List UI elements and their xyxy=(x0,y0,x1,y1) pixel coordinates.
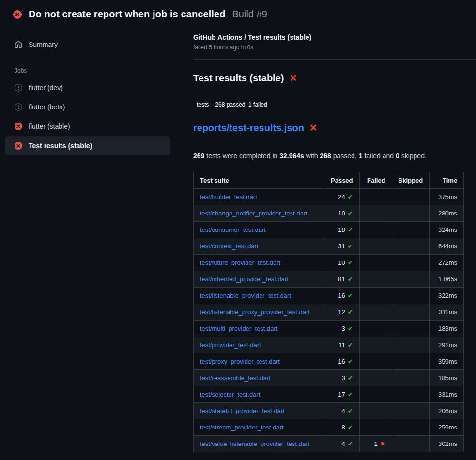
table-row: test/listenable_provider_test.dart16✔322… xyxy=(194,288,464,304)
failed-status-icon xyxy=(15,142,22,150)
test-suite-link[interactable]: test/stateful_provider_test.dart xyxy=(200,407,285,414)
breadcrumb: GitHub Actions / Test results (stable) xyxy=(193,33,476,41)
col-header-skipped: Skipped xyxy=(392,172,430,189)
cell-time: 359ms xyxy=(430,353,464,370)
home-icon xyxy=(15,41,22,48)
jobs-section-label: Jobs xyxy=(15,67,182,74)
cell-passed: 11✔ xyxy=(324,337,360,353)
passed-check-icon: ✔ xyxy=(348,325,353,332)
test-suite-link[interactable]: test/context_test.dart xyxy=(200,243,259,250)
cell-skipped xyxy=(392,205,430,222)
table-row: test/reassemble_test.dart3✔185ms xyxy=(194,370,464,386)
check-run-title: Test results (stable) ✕ xyxy=(193,73,476,90)
passed-check-icon: ✔ xyxy=(348,358,353,365)
cell-time: 272ms xyxy=(430,255,464,271)
test-suite-link[interactable]: test/change_notifier_provider_test.dart xyxy=(200,210,307,217)
cell-passed: 24✔ xyxy=(324,189,360,205)
test-suite-link[interactable]: test/future_provider_test.dart xyxy=(200,259,280,266)
test-suite-link[interactable]: test/reassemble_test.dart xyxy=(200,374,271,382)
cell-failed xyxy=(359,288,392,304)
cell-failed xyxy=(359,271,392,288)
header-divider xyxy=(193,59,476,60)
test-suite-link[interactable]: test/listenable_proxy_provider_test.dart xyxy=(200,308,310,316)
cell-failed xyxy=(359,353,392,370)
test-suite-link[interactable]: test/inherited_provider_test.dart xyxy=(200,276,289,283)
cell-skipped xyxy=(392,436,430,452)
report-file-heading: reports/test-results.json ✕ xyxy=(193,123,476,140)
test-suite-link[interactable]: test/listenable_provider_test.dart xyxy=(200,292,291,299)
sidebar-job-test-results-stable[interactable]: Test results (stable) xyxy=(5,136,170,155)
summary-part: failed and xyxy=(363,152,396,160)
cell-passed: 4✔ xyxy=(324,436,360,452)
col-header-passed: Passed xyxy=(324,172,360,189)
sidebar-job-flutter-stable[interactable]: flutter (stable) xyxy=(5,117,170,136)
passed-check-icon: ✔ xyxy=(348,424,353,431)
summary-part: 32.964s xyxy=(279,152,304,160)
cell-skipped xyxy=(392,304,430,321)
cell-skipped xyxy=(392,403,430,419)
cell-test-suite: test/stateful_provider_test.dart xyxy=(194,403,324,419)
cell-skipped xyxy=(392,419,430,436)
cell-failed xyxy=(359,370,392,386)
cell-test-suite: test/context_test.dart xyxy=(194,238,324,255)
test-suite-link[interactable]: test/builder_test.dart xyxy=(200,193,257,200)
summary-part: skipped. xyxy=(399,152,427,160)
test-suite-link[interactable]: test/consumer_test.dart xyxy=(200,226,266,233)
cell-time: 331ms xyxy=(430,386,464,403)
cell-passed: 4✔ xyxy=(324,403,360,419)
report-file-link[interactable]: reports/test-results.json xyxy=(193,123,304,134)
test-suite-link[interactable]: test/provider_test.dart xyxy=(200,341,261,349)
test-suite-link[interactable]: test/stream_provider_test.dart xyxy=(200,424,284,431)
cell-test-suite: test/selector_test.dart xyxy=(194,386,324,403)
passed-check-icon: ✔ xyxy=(348,193,353,200)
test-suite-link[interactable]: test/value_listenable_provider_test.dart xyxy=(200,440,309,447)
test-suite-link[interactable]: test/multi_provider_test.dart xyxy=(200,325,277,332)
cell-time: 1.065s xyxy=(430,271,464,288)
passed-check-icon: ✔ xyxy=(348,210,353,217)
table-row: test/proxy_provider_test.dart16✔359ms xyxy=(194,353,464,370)
run-build-number: Build #9 xyxy=(232,9,267,20)
job-label: flutter (beta) xyxy=(29,103,65,111)
cell-passed: 31✔ xyxy=(324,238,360,255)
summary-part: with xyxy=(304,152,320,160)
failed-x-icon: ✕ xyxy=(309,123,317,133)
check-run-title-text: Test results (stable) xyxy=(193,73,284,84)
passed-check-icon: ✔ xyxy=(348,374,353,382)
test-results-table: Test suite Passed Failed Skipped Time te… xyxy=(193,172,464,452)
passed-check-icon: ✔ xyxy=(348,226,353,233)
cell-skipped xyxy=(392,386,430,403)
cancelled-status-icon xyxy=(15,84,22,92)
table-row: test/inherited_provider_test.dart81✔1.06… xyxy=(194,271,464,288)
sidebar-job-flutter-dev[interactable]: flutter (dev) xyxy=(5,78,170,97)
test-suite-link[interactable]: test/proxy_provider_test.dart xyxy=(200,358,280,365)
table-header-row: Test suite Passed Failed Skipped Time xyxy=(194,172,464,189)
cell-time: 280ms xyxy=(430,205,464,222)
cell-failed xyxy=(359,255,392,271)
tests-badge: tests 268 passed, 1 failed xyxy=(193,100,271,109)
cell-time: 259ms xyxy=(430,419,464,436)
summary-part: passed, xyxy=(331,152,359,160)
cell-failed xyxy=(359,189,392,205)
table-row: test/stateful_provider_test.dart4✔206ms xyxy=(194,403,464,419)
test-suite-link[interactable]: test/selector_test.dart xyxy=(200,391,260,398)
sidebar-job-flutter-beta[interactable]: flutter (beta) xyxy=(5,97,170,117)
failed-status-icon xyxy=(15,123,22,130)
tests-badge-label: tests xyxy=(193,100,212,109)
sidebar: Summary Jobs flutter (dev) flut xyxy=(0,27,182,155)
cell-passed: 10✔ xyxy=(324,255,360,271)
cell-time: 206ms xyxy=(430,403,464,419)
cell-failed xyxy=(359,403,392,419)
cell-skipped xyxy=(392,321,430,337)
run-title: Do not create report when job is cancell… xyxy=(29,9,226,20)
cell-time: 185ms xyxy=(430,370,464,386)
cell-failed xyxy=(359,238,392,255)
summary-part: 1 xyxy=(359,152,363,160)
job-label: flutter (dev) xyxy=(29,84,63,92)
sidebar-item-summary[interactable]: Summary xyxy=(5,36,170,53)
cell-failed xyxy=(359,205,392,222)
cell-test-suite: test/consumer_test.dart xyxy=(194,222,324,238)
table-row: test/consumer_test.dart18✔324ms xyxy=(194,222,464,238)
col-header-failed: Failed xyxy=(359,172,392,189)
table-row: test/value_listenable_provider_test.dart… xyxy=(194,436,464,452)
sidebar-summary-label: Summary xyxy=(29,41,58,48)
